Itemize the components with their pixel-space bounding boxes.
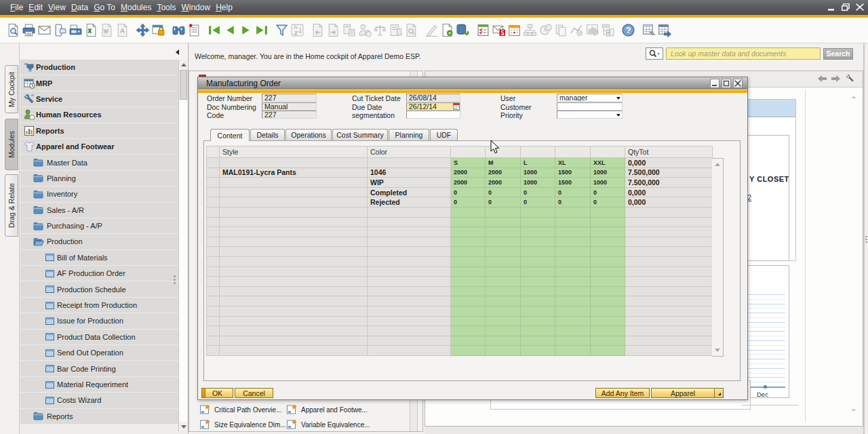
table-cell[interactable] [591, 296, 625, 307]
table-cell[interactable] [220, 178, 368, 188]
dialog-titlebar[interactable]: Manufacturing Order [198, 77, 747, 90]
table-cell[interactable] [220, 187, 368, 197]
table-cell[interactable] [591, 336, 625, 346]
table-cell[interactable] [207, 178, 220, 188]
column-header[interactable] [207, 146, 220, 158]
table-cell[interactable] [591, 306, 625, 316]
column-header[interactable] [451, 146, 486, 158]
table-cell[interactable] [207, 247, 220, 257]
table-cell[interactable] [591, 227, 625, 237]
table-cell[interactable] [220, 247, 368, 257]
table-cell[interactable] [555, 256, 591, 267]
size-header-m[interactable]: M [486, 158, 521, 168]
table-cell[interactable] [521, 256, 555, 267]
table-cell[interactable]: 0 [486, 197, 521, 208]
close-window-icon[interactable] [854, 2, 865, 12]
size-header-s[interactable]: S [451, 158, 486, 168]
sidebar-item-reports[interactable]: Reports [20, 123, 179, 139]
table-cell[interactable] [625, 277, 713, 287]
table-cell[interactable] [555, 306, 591, 316]
sidebar-item-af-production-order[interactable]: AF Production Order [20, 266, 179, 281]
table-cell[interactable] [625, 256, 713, 267]
dock-tab-my-cockpit[interactable]: My Cockpit [5, 65, 18, 113]
table-cell[interactable] [625, 227, 713, 237]
table-cell[interactable] [521, 277, 555, 287]
calendar-picker-icon[interactable] [453, 103, 460, 111]
scroll-up-icon[interactable] [179, 60, 188, 69]
ok-button[interactable]: OK [201, 388, 233, 398]
table-cell[interactable] [521, 336, 555, 346]
print-preview-icon[interactable] [5, 22, 21, 39]
table-cell[interactable] [220, 346, 368, 356]
table-cell[interactable] [486, 326, 521, 336]
table-scrollbar[interactable] [712, 158, 724, 357]
table-cell[interactable] [521, 217, 555, 227]
table-cell[interactable] [368, 286, 451, 296]
table-cell[interactable] [486, 267, 521, 277]
table-cell[interactable] [368, 237, 451, 247]
table-cell[interactable] [486, 256, 521, 267]
table-cell[interactable] [555, 237, 591, 247]
table-cell[interactable] [207, 296, 220, 307]
collapse-sidebar-icon[interactable] [176, 50, 179, 55]
table-cell[interactable] [220, 277, 368, 287]
table-cell[interactable] [625, 296, 713, 307]
email-icon[interactable] [37, 22, 52, 39]
table-cell[interactable] [555, 286, 591, 296]
table-cell[interactable] [555, 227, 591, 237]
grid-export-icon[interactable] [656, 22, 672, 39]
table-cell[interactable] [521, 306, 555, 316]
launch-app-icon[interactable] [135, 22, 151, 39]
nav-last-icon[interactable] [254, 22, 269, 39]
table-cell[interactable] [451, 207, 486, 217]
table-cell[interactable] [368, 227, 451, 237]
table-cell[interactable] [625, 326, 713, 336]
table-cell[interactable]: 0 [486, 187, 521, 197]
fax-icon[interactable] [68, 22, 83, 39]
dock-tab-modules[interactable]: Modules [5, 119, 18, 170]
grid-settings-icon[interactable] [641, 22, 656, 39]
table-cell[interactable] [451, 247, 486, 257]
table-cell[interactable] [451, 237, 486, 247]
table-cell[interactable] [220, 158, 368, 168]
table-cell[interactable] [451, 256, 486, 267]
table-cell[interactable] [591, 207, 625, 217]
sidebar-item-product-data-collection[interactable]: Product Data Collection [20, 330, 179, 345]
search-input[interactable]: Look up master data and documents [666, 47, 821, 60]
nav-prev-icon[interactable] [222, 22, 238, 39]
dropdown-arrow-icon[interactable] [616, 97, 620, 100]
table-cell[interactable] [368, 267, 451, 277]
table-cell[interactable] [368, 277, 451, 287]
menu-file[interactable]: File [7, 1, 26, 14]
table-cell[interactable]: 0,000 [625, 158, 713, 168]
table-cell[interactable]: 0 [451, 197, 486, 208]
minimize-window-icon[interactable] [826, 2, 837, 12]
sidebar-item-service[interactable]: Service [20, 92, 179, 107]
sidebar-item-receipt-from-production[interactable]: Receipt from Production [20, 298, 179, 313]
field-due-date[interactable]: 26/12/14 [406, 102, 460, 111]
sidebar-item-bar-code-printing[interactable]: Bar Code Printing [20, 361, 179, 376]
column-header-color[interactable]: Color [368, 146, 451, 158]
table-cell[interactable] [207, 326, 220, 336]
table-cell[interactable] [368, 207, 451, 217]
sidebar-item-production[interactable]: Production [20, 234, 179, 250]
dropdown-arrow-icon[interactable] [616, 114, 620, 117]
tab-udf[interactable]: UDF [430, 129, 458, 140]
dialog-maximize-icon[interactable] [722, 79, 731, 88]
table-cell[interactable] [451, 227, 486, 237]
table-cell[interactable] [451, 316, 486, 326]
tab-content[interactable]: Content [210, 129, 250, 141]
menu-data[interactable]: Data [68, 1, 91, 14]
nav-next-icon[interactable] [238, 22, 254, 39]
table-cell[interactable] [368, 316, 451, 326]
table-cell[interactable] [207, 336, 220, 346]
table-cell[interactable] [207, 167, 220, 178]
table-cell[interactable] [625, 336, 713, 346]
table-cell[interactable]: 2000 [486, 178, 521, 188]
cockpit-scroll-down-icon[interactable]: ˇ [852, 408, 855, 419]
table-cell[interactable] [220, 217, 368, 227]
table-cell[interactable]: 1000 [521, 178, 555, 188]
table-cell[interactable] [451, 277, 486, 287]
table-cell[interactable] [555, 346, 591, 356]
table-cell[interactable] [220, 336, 368, 346]
